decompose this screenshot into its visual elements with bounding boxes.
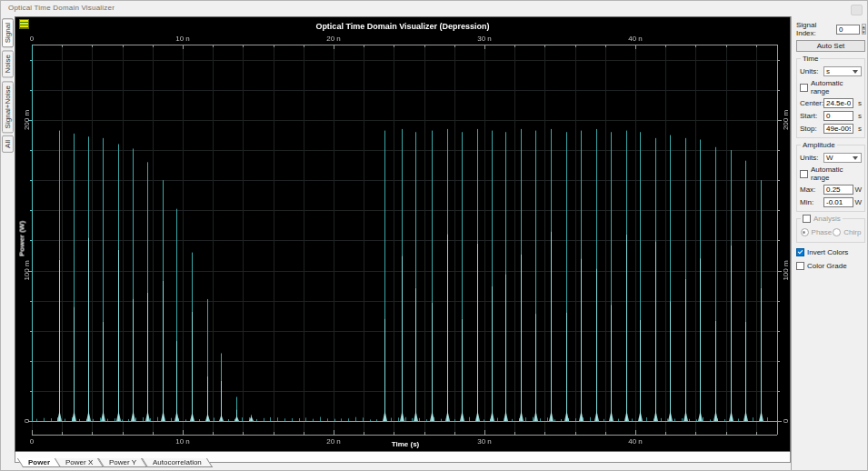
time-center-label: Center: <box>800 99 823 107</box>
amplitude-min-input[interactable] <box>823 197 853 207</box>
analysis-checkbox-icon[interactable] <box>803 215 811 223</box>
amplitude-auto-range-label: Automatic range <box>811 165 862 182</box>
amplitude-auto-range-checkbox[interactable]: Automatic range <box>800 165 862 182</box>
analysis-group-label: Analysis <box>813 215 841 223</box>
time-center-input[interactable] <box>823 98 853 108</box>
chevron-down-icon <box>853 156 858 160</box>
chirp-radio-label: Chirp <box>843 228 861 236</box>
tab-signal-label: Signal <box>4 23 12 43</box>
time-units-select[interactable]: s <box>823 66 862 76</box>
time-auto-range-label: Automatic range <box>811 79 862 95</box>
tab-all-label: All <box>4 140 12 148</box>
amplitude-max-unit: W <box>853 185 862 194</box>
amplitude-units-value: W <box>826 154 853 162</box>
time-stop-label: Stop: <box>800 125 823 133</box>
tab-power-y[interactable]: Power Y <box>98 458 147 467</box>
time-group: Time Units: s Automatic range Center: s … <box>796 58 865 138</box>
tab-autocorrelation-label: Autocorrelation <box>153 458 202 467</box>
title-bar: Optical Time Domain Visualizer <box>1 1 867 16</box>
y-axis-label: Power (W) <box>18 212 26 266</box>
amplitude-units-label: Units: <box>800 154 823 162</box>
time-group-title: Time <box>801 55 820 63</box>
tab-signal-noise[interactable]: Signal+Noise <box>2 81 14 133</box>
radio-icon <box>833 228 841 236</box>
analysis-group-title: Analysis <box>801 215 843 223</box>
phase-radio[interactable]: Phase <box>801 228 833 236</box>
signal-index-spinner: ▴ ▾ <box>862 24 866 35</box>
tab-autocorrelation[interactable]: Autocorrelation <box>142 458 213 467</box>
analysis-group: Analysis Phase Chirp <box>796 218 865 243</box>
spin-down-icon[interactable]: ▾ <box>862 29 866 35</box>
x-axis-label: Time (s) <box>15 440 795 448</box>
panel-corner-button[interactable] <box>851 5 863 15</box>
chevron-down-icon <box>853 70 858 74</box>
plot-canvas[interactable] <box>15 17 790 451</box>
signal-index-label: Signal Index: <box>796 21 836 37</box>
checkbox-icon <box>796 262 804 270</box>
amplitude-group: Amplitude Units: W Automatic range Max: … <box>796 145 865 212</box>
time-start-label: Start: <box>800 112 823 120</box>
invert-colors-label: Invert Colors <box>807 248 848 256</box>
time-stop-input[interactable] <box>823 124 853 134</box>
checkbox-icon <box>796 248 804 256</box>
tab-power-x-label: Power X <box>65 458 93 467</box>
color-grade-checkbox[interactable]: Color Grade <box>796 262 865 270</box>
checkbox-icon <box>800 170 808 178</box>
amplitude-min-unit: W <box>853 198 862 206</box>
signal-tabs: Signal Noise Signal+Noise All <box>2 18 15 153</box>
visualizer-window: Optical Time Domain Visualizer Signal No… <box>0 0 868 471</box>
tab-power-x[interactable]: Power X <box>55 458 104 467</box>
signal-index-input[interactable] <box>836 25 860 35</box>
tab-all[interactable]: All <box>2 135 14 153</box>
tab-noise-label: Noise <box>4 55 12 73</box>
tab-power-y-label: Power Y <box>109 458 136 467</box>
tab-signal[interactable]: Signal <box>2 18 14 47</box>
amplitude-min-label: Min: <box>800 198 823 206</box>
checkbox-icon <box>800 84 808 92</box>
time-center-unit: s <box>853 99 862 107</box>
auto-set-button[interactable]: Auto Set <box>796 40 865 52</box>
view-tabs-bar: Power Power X Power Y Autocorrelation <box>15 452 791 463</box>
invert-colors-checkbox[interactable]: Invert Colors <box>796 248 865 256</box>
phase-radio-label: Phase <box>812 228 833 236</box>
amplitude-group-title: Amplitude <box>801 141 837 149</box>
tab-power-label: Power <box>28 458 50 467</box>
tab-signal-noise-label: Signal+Noise <box>4 85 12 128</box>
radio-icon <box>801 228 809 236</box>
time-start-input[interactable] <box>823 111 853 121</box>
amplitude-max-label: Max: <box>800 185 823 194</box>
amplitude-max-input[interactable] <box>823 185 853 195</box>
plot-title: Optical Time Domain Visualizer (Depressi… <box>15 22 790 31</box>
amplitude-units-select[interactable]: W <box>823 153 862 163</box>
color-grade-label: Color Grade <box>807 262 847 270</box>
time-auto-range-checkbox[interactable]: Automatic range <box>800 79 862 95</box>
window-title: Optical Time Domain Visualizer <box>8 4 115 12</box>
settings-panel: Signal Index: ▴ ▾ Auto Set Time Units: s… <box>791 16 868 471</box>
plot-area: Optical Time Domain Visualizer (Depressi… <box>15 16 791 452</box>
time-start-unit: s <box>853 112 862 120</box>
chirp-radio[interactable]: Chirp <box>833 228 861 236</box>
time-stop-unit: s <box>853 125 862 133</box>
time-units-value: s <box>826 67 853 75</box>
time-units-label: Units: <box>800 67 823 75</box>
tab-noise[interactable]: Noise <box>2 50 14 77</box>
